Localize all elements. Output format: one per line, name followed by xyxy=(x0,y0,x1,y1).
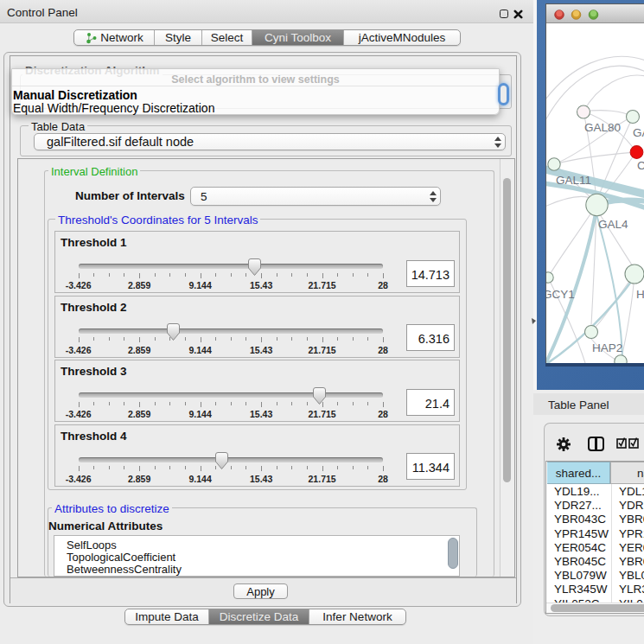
svg-text:GA: GA xyxy=(633,126,644,139)
svg-text:H: H xyxy=(636,288,644,301)
svg-text:GAL4: GAL4 xyxy=(598,218,628,231)
svg-text:GAL11: GAL11 xyxy=(556,174,591,187)
svg-text:HAP2: HAP2 xyxy=(592,341,622,354)
svg-text:GCY1: GCY1 xyxy=(546,288,575,301)
svg-text:C: C xyxy=(637,159,644,172)
svg-text:GAL80: GAL80 xyxy=(584,121,621,134)
